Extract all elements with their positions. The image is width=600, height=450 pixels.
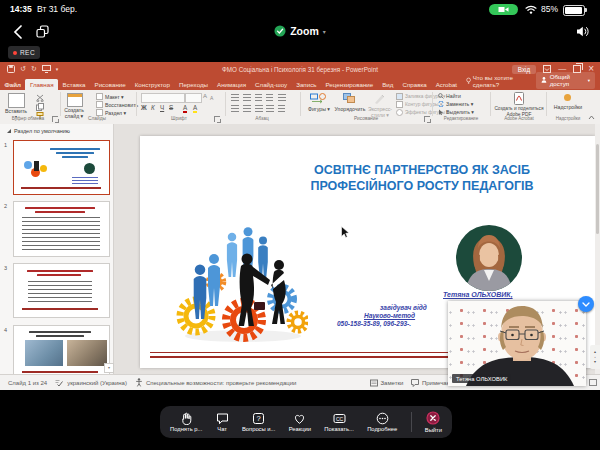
tab-record[interactable]: Запись [292,79,321,91]
shrink-font-button[interactable]: А [210,95,213,101]
slide-thumbnail-4[interactable] [13,325,110,379]
section-expand-icon [7,129,11,133]
slide-rule-thick [150,356,452,358]
align-center-icon[interactable] [243,105,251,112]
cut-icon[interactable] [36,94,44,102]
raise-hand-icon [180,412,193,425]
video-panel-handle[interactable]: ▴ ▪ ▾ [590,345,600,369]
columns-icon[interactable] [278,105,285,112]
tab-view[interactable]: Вид [378,79,398,91]
reset-button[interactable]: Восстановить [96,101,138,108]
grow-font-button[interactable]: А [203,93,207,99]
tab-review[interactable]: Рецензирование [321,79,378,91]
more-icon [376,412,389,425]
minimize-video-button[interactable] [578,296,594,312]
captions-button[interactable]: CC Показать... [324,412,353,433]
layout-button[interactable]: Макет ▾ [96,93,124,100]
share-button[interactable]: Общий доступ ▾ [536,72,595,89]
raise-hand-button[interactable]: Поднять р... [170,412,202,433]
minimize-icon[interactable]: — [558,65,566,73]
tab-draw[interactable]: Рисование [90,79,130,91]
find-button[interactable]: Найти [438,93,461,99]
handshake-clipart [158,196,308,346]
align-right-icon[interactable] [255,105,263,112]
adobe-pdf-button[interactable]: Создать и поделиться [492,106,546,111]
arrange-button[interactable]: Упорядочить [332,106,368,112]
decrease-indent-icon[interactable] [255,94,262,101]
spellcheck-icon[interactable] [55,379,63,387]
qa-button[interactable]: ? Вопросы и... [242,412,275,433]
undo-icon[interactable]: ↺ [20,65,26,73]
bullets-icon[interactable] [231,94,239,101]
chat-button[interactable]: Чат [216,412,229,433]
tell-me-box[interactable]: Что вы хотите сделать? [462,74,536,91]
restore-icon[interactable] [573,65,581,73]
highlight-button[interactable]: А [193,104,197,113]
accessibility-status[interactable]: Специальные возможности: проверьте реком… [146,380,296,386]
section-header[interactable]: Раздел по умолчанию [7,128,70,134]
tab-home[interactable]: Главная [25,79,58,91]
notes-button[interactable]: Заметки [370,379,403,387]
section-button[interactable]: Раздел ▾ [96,109,126,116]
paste-icon[interactable] [8,93,25,108]
font-color-button[interactable]: А [183,104,187,113]
slideshow-icon[interactable] [42,65,51,73]
speaker-photo [456,225,522,291]
italic-button[interactable]: К [151,104,155,111]
quick-access-toolbar: ↺ ↻ ▾ [7,65,58,73]
redo-icon[interactable]: ↻ [31,65,37,73]
shape-effects-icon [396,109,403,116]
slide-thumbnail-1[interactable] [13,140,110,195]
select-button[interactable]: Выделить ▾ [438,109,474,115]
tab-acrobat[interactable]: Acrobat [431,79,461,91]
ribbon-display-icon[interactable] [543,65,551,73]
speaker-icon[interactable] [576,26,590,37]
tab-design[interactable]: Конструктор [130,79,174,91]
video-active-pill[interactable] [489,4,518,15]
secure-check-icon [274,25,286,37]
addins-button[interactable]: Надстройки [546,104,590,110]
font-name-box[interactable] [141,93,185,103]
qat-customize-icon[interactable]: ▾ [56,66,59,72]
justify-icon[interactable] [266,105,274,112]
close-icon[interactable]: × [588,65,594,73]
sign-in-button[interactable]: Вхід [512,65,536,74]
leave-button[interactable]: Выйти [425,411,442,433]
numbering-icon[interactable] [243,94,251,101]
slide-thumbnail-2[interactable] [13,201,110,257]
save-icon[interactable] [7,65,15,73]
strikethrough-button[interactable]: S [169,104,173,111]
meeting-title-bar[interactable]: Zoom ▾ [0,22,600,40]
shapes-button[interactable]: Фигуры ▾ [302,106,336,112]
slide-scrollbar[interactable] [595,124,600,375]
view-buttons-icon[interactable] [589,379,597,386]
person-icon [541,76,547,84]
underline-button[interactable]: Ч [160,104,164,111]
copy-icon[interactable] [36,103,44,111]
align-left-icon[interactable] [231,105,239,112]
font-dialog-launcher-icon[interactable] [214,116,220,122]
increase-indent-icon[interactable] [266,94,273,101]
language-button[interactable]: украинский (Украина) [67,380,127,386]
tab-insert[interactable]: Вставка [58,79,90,91]
accessibility-icon[interactable] [135,378,143,387]
reactions-button[interactable]: Реакции [289,412,311,433]
collapse-ribbon-icon[interactable] [588,115,595,120]
font-size-box[interactable] [185,93,202,103]
drawing-dialog-launcher-icon[interactable] [424,116,430,122]
tab-slideshow[interactable]: Слайд-шоу [251,79,292,91]
shape-outline-button[interactable]: Контур фигуры ▾ [396,101,442,108]
tab-animations[interactable]: Анимация [213,79,251,91]
tab-file[interactable]: Файл [0,79,25,91]
replace-button[interactable]: Заменить ▾ [438,101,473,107]
slides-group-label: Слайды [62,116,132,121]
bold-button[interactable]: Ж [141,104,147,111]
thumbnail-scroll-down-button[interactable]: ▾ [104,363,114,373]
tab-transitions[interactable]: Переходы [174,79,212,91]
line-spacing-icon[interactable] [278,94,286,101]
tab-help[interactable]: Справка [398,79,431,91]
more-button[interactable]: Подробнее [367,412,397,433]
participant-video[interactable]: Тетяна ОЛЬХОВИК [448,301,586,386]
adobe-group-label: Adobe Acrobat [492,116,546,121]
slide-thumbnail-3[interactable] [13,263,110,318]
